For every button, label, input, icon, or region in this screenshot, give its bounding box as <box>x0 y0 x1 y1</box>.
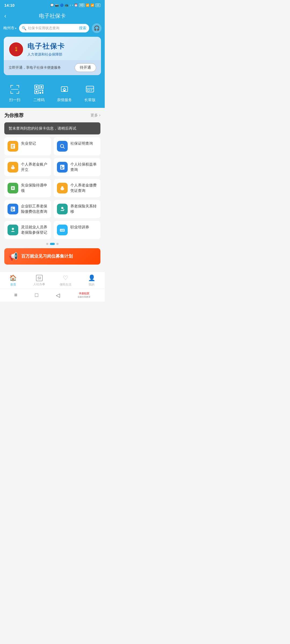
pension-transfer-icon <box>57 204 68 214</box>
svg-rect-7 <box>19 91 19 94</box>
qr-icon <box>33 83 45 96</box>
service-item-vocational-voucher[interactable]: 职业培训券 <box>54 221 100 239</box>
svg-rect-15 <box>39 90 41 91</box>
service-item-pension-transfer[interactable]: 养老保险关系转移 <box>54 200 100 218</box>
chevron-down-icon: ▾ <box>15 27 16 30</box>
vocational-voucher-label: 职业培训券 <box>70 225 97 230</box>
svg-rect-18 <box>42 92 43 94</box>
scan-label: 扫一扫 <box>9 98 20 103</box>
more-button[interactable]: 更多 › <box>90 113 100 118</box>
qrcode-label: 二维码 <box>33 98 45 103</box>
svg-rect-1 <box>10 85 11 88</box>
elder-action[interactable]: 长辈版 <box>84 83 96 103</box>
alarm-icon: ⏰ <box>74 3 78 7</box>
header: ‹ 电子社保卡 <box>0 10 105 23</box>
svg-rect-53 <box>62 230 64 230</box>
enterprise-pension-icon <box>8 204 18 214</box>
search-bar[interactable]: 🔍 社保卡应用状态查询 搜索 <box>19 24 89 32</box>
logo-text: 社 保 <box>15 47 17 52</box>
pension-account-icon: ¥ <box>8 162 18 173</box>
pagination-dots <box>4 243 100 245</box>
affairs-nav-icon: SI <box>36 275 43 281</box>
dot-2-active <box>50 243 55 245</box>
nav-life-label: 便民生活 <box>60 283 71 287</box>
svg-rect-3 <box>19 85 19 88</box>
service-item-pension-account[interactable]: ¥ 个人养老金账户开立 <box>4 158 51 176</box>
home-system-icon[interactable]: □ <box>35 292 38 298</box>
nav-mine[interactable]: 👤 我的 <box>83 275 100 287</box>
enterprise-pension-label: 企业职工养老保险缴费信息查询 <box>21 204 48 214</box>
service-grid: 失业登记 社保证明查询 ¥ 个人养老金账户开立 <box>4 137 100 239</box>
svg-rect-28 <box>12 145 14 145</box>
svg-rect-12 <box>41 86 42 88</box>
hd-icon: HD <box>79 3 84 7</box>
unemployment-benefit-label: 失业保险待遇申领 <box>21 183 48 193</box>
service-item-flexible-pension[interactable]: 灵活就业人员养老保险参保登记 <box>4 221 51 239</box>
circle-icon: 🔵 <box>60 3 64 7</box>
city-selector[interactable]: 梅州市 ▾ <box>3 26 16 31</box>
customer-service-button[interactable]: 🎧 <box>92 23 102 33</box>
family-service-action[interactable]: 亲情服务 <box>57 83 72 103</box>
svg-point-50 <box>12 228 14 230</box>
back-system-icon[interactable]: ◁ <box>56 292 60 298</box>
service-item-pension-payment-cert[interactable]: 个人养老金缴费凭证查询 <box>54 179 100 197</box>
svg-rect-45 <box>11 207 15 211</box>
dot-icon: • <box>72 3 73 7</box>
rights-query-icon <box>57 162 68 173</box>
unemployment-benefit-icon <box>8 183 18 193</box>
family-service-label: 亲情服务 <box>57 98 72 103</box>
pension-transfer-label: 养老保险关系转移 <box>70 204 97 214</box>
nav-life[interactable]: ♡ 便民生活 <box>57 275 74 287</box>
svg-rect-21 <box>86 86 94 92</box>
service-item-unemployment-register[interactable]: 失业登记 <box>4 137 51 155</box>
scan-action[interactable]: 扫一扫 <box>9 83 21 103</box>
life-nav-icon: ♡ <box>63 275 68 281</box>
service-item-cert-query[interactable]: 社保证明查询 <box>54 137 100 155</box>
dot-1 <box>46 243 48 245</box>
recommend-title: 为你推荐 <box>4 112 24 119</box>
svg-rect-38 <box>61 167 64 168</box>
activate-button[interactable]: 待开通 <box>75 63 96 72</box>
svg-rect-16 <box>42 90 43 91</box>
menu-icon[interactable]: ≡ <box>14 292 17 298</box>
status-time: 14:10 <box>4 3 15 8</box>
svg-line-32 <box>63 147 65 149</box>
svg-point-52 <box>61 230 62 231</box>
service-item-enterprise-pension[interactable]: 企业职工养老保险缴费信息查询 <box>4 200 51 218</box>
svg-rect-14 <box>36 91 37 93</box>
svg-rect-39 <box>61 168 63 169</box>
back-button[interactable]: ‹ <box>4 13 6 20</box>
service-item-rights-query[interactable]: 个人社保权益单查询 <box>54 158 100 176</box>
pension-payment-cert-icon <box>57 183 68 193</box>
card-top: 社 保 电子社保卡 人力资源和社会保障部 <box>4 37 101 60</box>
rights-query-label: 个人社保权益单查询 <box>70 162 97 172</box>
search-icon: 🔍 <box>22 26 26 30</box>
svg-rect-29 <box>12 146 13 147</box>
mine-nav-icon: 👤 <box>88 275 95 281</box>
status-bar: 14:10 💬 📷 🔵 📺 ♪ • ⏰ HD 📶 📶 66 <box>0 0 105 10</box>
nav-affairs-label: 人社办事 <box>33 282 45 286</box>
flexible-pension-label: 灵活就业人员养老保险参保登记 <box>21 225 48 235</box>
svg-rect-48 <box>12 210 13 211</box>
svg-rect-5 <box>10 93 13 94</box>
nav-home[interactable]: 🏠 首页 <box>5 275 22 287</box>
status-icons: 💬 📷 🔵 📺 ♪ • ⏰ HD 📶 📶 66 <box>50 3 100 7</box>
svg-rect-8 <box>11 89 19 90</box>
nav-affairs[interactable]: SI 人社办事 <box>31 275 48 286</box>
promo-text: 百万就业见习岗位募集计划 <box>21 254 73 259</box>
search-button[interactable]: 搜索 <box>79 26 86 31</box>
promo-banner[interactable]: 📢 百万就业见习岗位募集计划 <box>4 248 100 265</box>
cert-query-icon <box>57 141 68 152</box>
svg-rect-10 <box>36 86 37 88</box>
wechat-icon: 💬 <box>50 3 54 7</box>
service-item-unemployment-benefit[interactable]: 失业保险待遇申领 <box>4 179 51 197</box>
svg-point-49 <box>61 207 63 209</box>
dot-3 <box>56 243 59 245</box>
card-main-title: 电子社保卡 <box>27 42 65 51</box>
svg-point-46 <box>12 208 13 209</box>
qrcode-action[interactable]: 二维码 <box>33 83 45 103</box>
home-nav-icon: 🏠 <box>9 275 17 281</box>
card-logo: 社 保 <box>9 42 24 57</box>
brand-line1: 卡农社区 <box>78 292 90 295</box>
svg-point-44 <box>61 186 63 188</box>
